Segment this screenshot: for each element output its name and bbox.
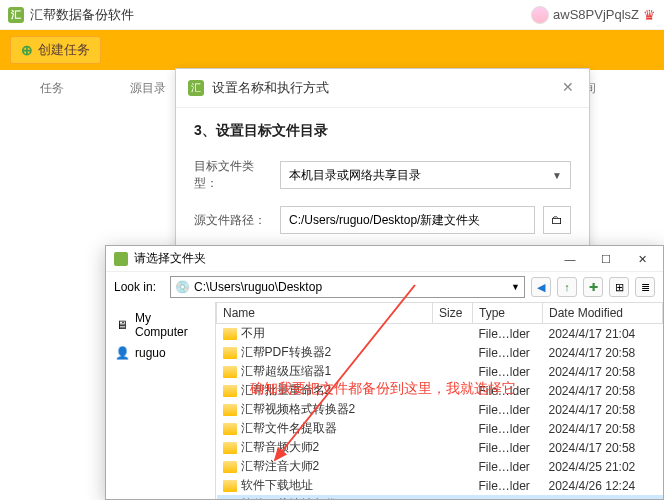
table-row[interactable]: 不用File…lder2024/4/17 21:04 [217, 324, 663, 344]
table-row[interactable]: 软件下载地址备份File…lder2024/4/26 12:26 [217, 495, 663, 499]
crown-icon: ♛ [643, 7, 656, 23]
file-name: 汇帮PDF转换器2 [241, 344, 332, 361]
folder-icon [223, 347, 237, 359]
source-path-row: 源文件路径： C:/Users/ruguo/Desktop/新建文件夹 🗀 [194, 206, 571, 234]
table-row[interactable]: 汇帮视频格式转换器2File…lder2024/4/17 20:58 [217, 400, 663, 419]
file-size [433, 324, 473, 344]
table-row[interactable]: 汇帮注音大师2File…lder2024/4/25 21:02 [217, 457, 663, 476]
file-size [433, 343, 473, 362]
picker-toolbar: Look in: 💿 C:\Users\ruguo\Desktop ▼ ◀ ↑ … [106, 272, 663, 302]
source-path-value: C:/Users/ruguo/Desktop/新建文件夹 [289, 212, 480, 229]
list-icon: ⊞ [615, 281, 624, 294]
file-name: 软件下载地址 [241, 477, 313, 494]
folder-icon [223, 328, 237, 340]
target-type-select[interactable]: 本机目录或网络共享目录 ▼ [280, 161, 571, 189]
close-button[interactable]: ✕ [627, 248, 657, 270]
app-small-icon: 汇 [188, 80, 204, 96]
file-size [433, 495, 473, 499]
file-date: 2024/4/17 20:58 [543, 343, 663, 362]
folder-icon [223, 385, 237, 397]
file-size [433, 476, 473, 495]
file-name: 软件下载地址备份 [241, 496, 337, 499]
file-date: 2024/4/17 20:58 [543, 381, 663, 400]
userfolder-label: ruguo [135, 346, 166, 360]
new-folder-button[interactable]: ✚ [583, 277, 603, 297]
create-task-label: 创建任务 [38, 41, 90, 59]
file-name: 汇帮文件名提取器 [241, 420, 337, 437]
lookin-combo[interactable]: 💿 C:\Users\ruguo\Desktop ▼ [170, 276, 525, 298]
table-row[interactable]: 汇帮批量重命名2File…lder2024/4/17 20:58 [217, 381, 663, 400]
drive-icon: 💿 [175, 280, 190, 294]
target-type-value: 本机目录或网络共享目录 [289, 167, 421, 184]
list-view-button[interactable]: ⊞ [609, 277, 629, 297]
folder-icon [223, 499, 237, 500]
sidebar-item-mycomputer[interactable]: 🖥 My Computer [112, 308, 209, 342]
file-type: File…lder [473, 362, 543, 381]
computer-icon: 🖥 [114, 317, 130, 333]
source-path-input[interactable]: C:/Users/ruguo/Desktop/新建文件夹 [280, 206, 535, 234]
file-size [433, 419, 473, 438]
col-name[interactable]: Name [217, 303, 433, 324]
minimize-button[interactable]: — [555, 248, 585, 270]
maximize-button[interactable]: ☐ [591, 248, 621, 270]
file-date: 2024/4/17 20:58 [543, 438, 663, 457]
lookin-path: C:\Users\ruguo\Desktop [194, 280, 322, 294]
lookin-label: Look in: [114, 280, 164, 294]
file-date: 2024/4/17 20:58 [543, 400, 663, 419]
table-row[interactable]: 汇帮音频大师2File…lder2024/4/17 20:58 [217, 438, 663, 457]
file-type: File…lder [473, 324, 543, 344]
target-type-row: 目标文件类型： 本机目录或网络共享目录 ▼ [194, 158, 571, 192]
table-row[interactable]: 汇帮PDF转换器2File…lder2024/4/17 20:58 [217, 343, 663, 362]
up-arrow-icon: ↑ [564, 281, 570, 293]
file-date: 2024/4/25 21:02 [543, 457, 663, 476]
table-row[interactable]: 汇帮文件名提取器File…lder2024/4/17 20:58 [217, 419, 663, 438]
folder-icon [223, 480, 237, 492]
file-date: 2024/4/17 20:58 [543, 362, 663, 381]
settings-body: 3、设置目标文件目录 目标文件类型： 本机目录或网络共享目录 ▼ 源文件路径： … [176, 108, 589, 263]
detail-icon: ≣ [641, 281, 650, 294]
file-size [433, 438, 473, 457]
table-row[interactable]: 软件下载地址File…lder2024/4/26 12:24 [217, 476, 663, 495]
settings-dialog: 汇 设置名称和执行方式 ✕ 3、设置目标文件目录 目标文件类型： 本机目录或网络… [175, 68, 590, 264]
close-icon[interactable]: ✕ [559, 79, 577, 97]
mycomputer-label: My Computer [135, 311, 207, 339]
file-size [433, 362, 473, 381]
file-size [433, 400, 473, 419]
back-button[interactable]: ◀ [531, 277, 551, 297]
file-date: 2024/4/17 21:04 [543, 324, 663, 344]
browse-folder-button[interactable]: 🗀 [543, 206, 571, 234]
user-name: awS8PVjPqlsZ [553, 7, 639, 22]
file-type: File…lder [473, 476, 543, 495]
picker-sidebar: 🖥 My Computer 👤 ruguo [106, 302, 216, 499]
table-row[interactable]: 汇帮超级压缩器1File…lder2024/4/17 20:58 [217, 362, 663, 381]
file-date: 2024/4/26 12:24 [543, 476, 663, 495]
detail-view-button[interactable]: ≣ [635, 277, 655, 297]
file-size [433, 381, 473, 400]
col-size[interactable]: Size [433, 303, 473, 324]
folder-icon [223, 366, 237, 378]
picker-pane: 🖥 My Computer 👤 ruguo Name Size Type Dat… [106, 302, 663, 499]
file-type: File…lder [473, 343, 543, 362]
up-button[interactable]: ↑ [557, 277, 577, 297]
file-date: 2024/4/26 12:26 [543, 495, 663, 499]
col-date[interactable]: Date Modified [543, 303, 663, 324]
col-type[interactable]: Type [473, 303, 543, 324]
user-area[interactable]: awS8PVjPqlsZ ♛ [531, 6, 656, 24]
chevron-down-icon: ▼ [552, 170, 562, 181]
topbar: 汇 汇帮数据备份软件 awS8PVjPqlsZ ♛ [0, 0, 664, 30]
folder-icon [223, 461, 237, 473]
file-table: Name Size Type Date Modified 不用File…lder… [216, 302, 663, 499]
app-icon: 汇 [8, 7, 24, 23]
folder-icon [223, 442, 237, 454]
new-folder-icon: ✚ [589, 281, 598, 294]
file-type: File…lder [473, 381, 543, 400]
folder-picker-dialog: 请选择文件夹 — ☐ ✕ Look in: 💿 C:\Users\ruguo\D… [105, 245, 664, 500]
folder-icon [223, 423, 237, 435]
create-task-button[interactable]: ⊕ 创建任务 [10, 36, 101, 64]
avatar-icon [531, 6, 549, 24]
file-list[interactable]: Name Size Type Date Modified 不用File…lder… [216, 302, 663, 499]
file-name: 汇帮注音大师2 [241, 458, 320, 475]
user-icon: 👤 [114, 345, 130, 361]
back-icon: ◀ [537, 281, 545, 294]
sidebar-item-user[interactable]: 👤 ruguo [112, 342, 209, 364]
